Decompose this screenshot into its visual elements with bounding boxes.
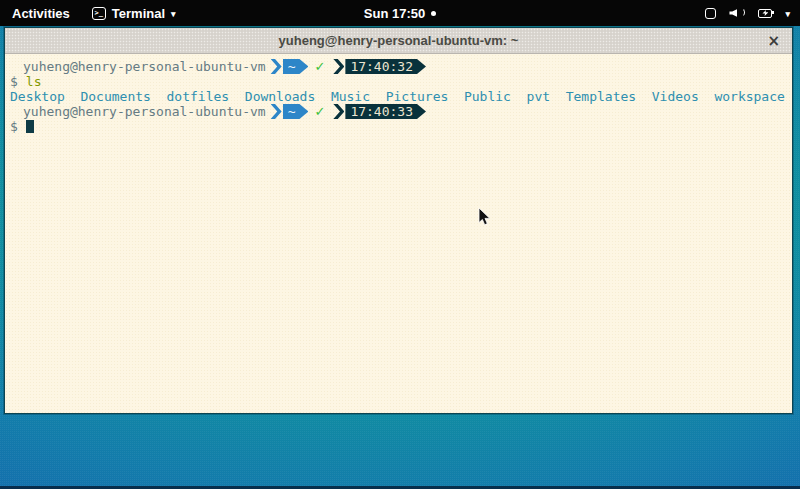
terminal-window: yuheng@henry-personal-ubuntu-vm: ~ × yuh… (4, 27, 793, 414)
prompt-symbol: $ (10, 119, 18, 134)
powerline-chevron-icon (333, 104, 344, 119)
activities-button[interactable]: Activities (0, 0, 82, 26)
app-menu-label: Terminal (112, 6, 165, 21)
window-title: yuheng@henry-personal-ubuntu-vm: ~ (279, 33, 519, 48)
prompt-user: yuheng@henry-personal-ubuntu-vm (10, 59, 266, 74)
terminal-app-icon: >_ (92, 7, 106, 20)
prompt-time-segment: 17:40:33 (345, 104, 426, 119)
chevron-down-icon: ▾ (785, 10, 790, 19)
prompt-line-2: yuheng@henry-personal-ubuntu-vm ~ ✓ 17:4… (10, 104, 787, 119)
activities-label: Activities (12, 6, 70, 21)
check-icon: ✓ (314, 104, 325, 119)
terminal-cursor (26, 120, 34, 133)
battery-charging-icon (758, 9, 772, 18)
top-bar: Activities >_ Terminal ▾ Sun 17:50 ▾ (0, 0, 800, 26)
directory-list: Desktop Documents dotfiles Downloads Mus… (10, 89, 785, 104)
system-menu[interactable]: ▾ (695, 0, 800, 26)
command-text: ls (26, 74, 42, 89)
prompt-time-segment: 17:40:32 (345, 59, 426, 74)
powerline-chevron-icon (271, 104, 282, 119)
command-line: $ ls (10, 74, 787, 89)
close-icon[interactable]: × (767, 28, 780, 53)
volume-icon (729, 7, 745, 19)
powerline-chevron-icon (271, 59, 282, 74)
prompt-path-segment: ~ (283, 59, 309, 74)
input-line: $ (10, 119, 787, 134)
top-bar-left: Activities >_ Terminal ▾ (0, 0, 186, 26)
prompt-line-1: yuheng@henry-personal-ubuntu-vm ~ ✓ 17:4… (10, 59, 787, 74)
app-menu-terminal[interactable]: >_ Terminal ▾ (82, 0, 186, 26)
clock-button[interactable]: Sun 17:50 (364, 6, 436, 21)
prompt-user: yuheng@henry-personal-ubuntu-vm (10, 104, 266, 119)
prompt-symbol: $ (10, 74, 18, 89)
chevron-down-icon: ▾ (171, 10, 176, 19)
check-icon: ✓ (314, 59, 325, 74)
notification-dot-icon (431, 11, 436, 16)
clock-label: Sun 17:50 (364, 6, 425, 21)
window-titlebar[interactable]: yuheng@henry-personal-ubuntu-vm: ~ × (5, 28, 792, 54)
powerline-chevron-icon (333, 59, 344, 74)
display-icon (705, 8, 716, 19)
prompt-path-segment: ~ (283, 104, 309, 119)
terminal-content[interactable]: yuheng@henry-personal-ubuntu-vm ~ ✓ 17:4… (5, 54, 792, 413)
ls-output-line: Desktop Documents dotfiles Downloads Mus… (10, 89, 787, 104)
